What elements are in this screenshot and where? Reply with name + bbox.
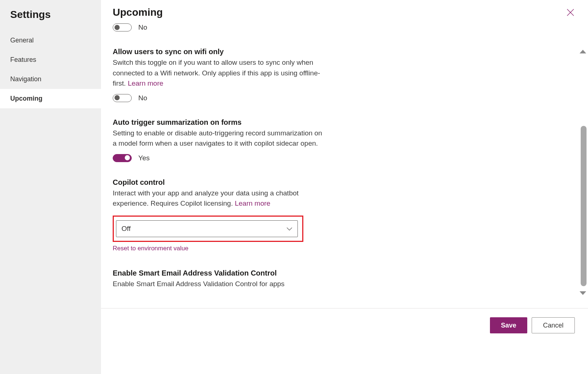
wifi-sync-toggle-label: No xyxy=(138,94,147,102)
scroll-down-arrow-icon[interactable] xyxy=(580,291,586,295)
sidebar-item-navigation[interactable]: Navigation xyxy=(0,70,101,89)
sidebar-item-general[interactable]: General xyxy=(0,31,101,50)
scrollbar-thumb[interactable] xyxy=(581,126,587,286)
wifi-sync-toggle[interactable] xyxy=(113,94,132,102)
previous-setting-toggle[interactable] xyxy=(113,23,132,31)
copilot-select-highlight: Off xyxy=(113,216,303,242)
smart-email-title: Enable Smart Email Address Validation Co… xyxy=(113,269,483,277)
sidebar-item-upcoming[interactable]: Upcoming xyxy=(0,89,101,108)
footer-bar: Save Cancel xyxy=(101,308,588,374)
close-icon xyxy=(566,8,574,16)
scroll-up-arrow-icon[interactable] xyxy=(580,50,586,53)
wifi-sync-learn-more-link[interactable]: Learn more xyxy=(128,79,163,87)
page-title: Upcoming xyxy=(113,7,163,18)
smart-email-desc: Enable Smart Email Address Validation Co… xyxy=(113,279,369,289)
auto-summarize-desc: Setting to enable or disable auto-trigge… xyxy=(113,128,325,149)
wifi-sync-desc: Switch this toggle on if you want to all… xyxy=(113,57,325,89)
settings-sidebar: Settings General Features Navigation Upc… xyxy=(0,0,101,374)
copilot-control-select[interactable]: Off xyxy=(116,220,298,237)
chevron-down-icon xyxy=(286,225,292,233)
copilot-learn-more-link[interactable]: Learn more xyxy=(235,199,270,207)
save-button[interactable]: Save xyxy=(490,317,527,333)
copilot-reset-link[interactable]: Reset to environment value xyxy=(113,245,483,252)
close-button[interactable] xyxy=(565,7,576,18)
copilot-control-desc: Interact with your app and analyze your … xyxy=(113,188,325,209)
sidebar-title: Settings xyxy=(0,7,101,31)
copilot-select-value: Off xyxy=(121,225,131,233)
copilot-control-title: Copilot control xyxy=(113,178,483,187)
auto-summarize-toggle-label: Yes xyxy=(138,154,150,162)
auto-summarize-title: Auto trigger summarization on forms xyxy=(113,118,483,127)
wifi-sync-title: Allow users to sync on wifi only xyxy=(113,48,483,56)
previous-setting-toggle-label: No xyxy=(138,23,147,31)
auto-summarize-toggle[interactable] xyxy=(113,154,132,162)
cancel-button[interactable]: Cancel xyxy=(532,317,575,333)
sidebar-item-features[interactable]: Features xyxy=(0,50,101,70)
